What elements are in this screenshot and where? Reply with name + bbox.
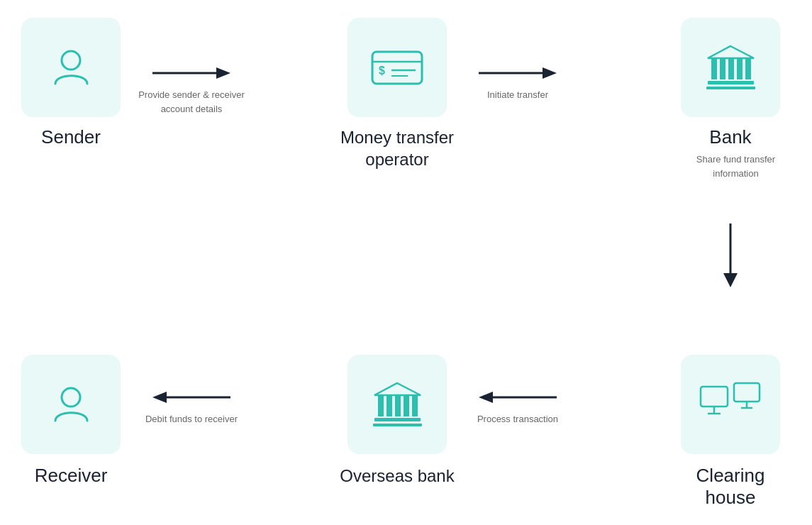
svg-marker-32 (479, 392, 493, 403)
clearing-house-icon-box (681, 355, 780, 454)
clearing-house-label: Clearing house (674, 465, 787, 509)
clearing-to-overseas-arrow: Process transaction (461, 387, 574, 426)
svg-point-0 (62, 51, 80, 70)
svg-rect-30 (373, 424, 422, 426)
svg-rect-13 (728, 58, 734, 79)
svg-rect-29 (374, 418, 421, 421)
arrow-down-icon (716, 220, 745, 291)
svg-text:$: $ (379, 65, 385, 77)
svg-marker-22 (152, 392, 167, 403)
svg-marker-23 (374, 383, 421, 395)
svg-rect-14 (737, 58, 743, 79)
computers-icon (699, 380, 762, 429)
overseas-bank-icon (371, 380, 424, 429)
bank-share-label: Share fund transfer information (681, 153, 791, 180)
svg-rect-36 (734, 383, 760, 402)
bank-icon (704, 43, 757, 92)
arrow-left-icon (149, 387, 234, 408)
svg-rect-17 (706, 87, 755, 89)
svg-rect-25 (386, 395, 392, 416)
receiver-icon-box (21, 355, 121, 454)
svg-rect-24 (378, 395, 384, 416)
bank-icon-box (681, 18, 780, 117)
mto-to-bank-label: Initiate transfer (487, 88, 548, 102)
arrow-right-2-icon (475, 62, 560, 84)
svg-rect-28 (412, 395, 418, 416)
svg-rect-27 (404, 395, 409, 416)
svg-marker-10 (708, 46, 754, 58)
mto-to-bank-arrow: Initiate transfer (457, 62, 578, 102)
bank-label: Bank (681, 126, 780, 148)
svg-marker-2 (216, 67, 230, 79)
svg-rect-16 (708, 81, 754, 84)
mto-label: Money transfer operator (326, 126, 468, 170)
bank-down-arrow (716, 220, 745, 294)
svg-point-20 (62, 388, 80, 407)
arrow-right-icon (149, 62, 234, 84)
svg-rect-12 (720, 58, 725, 79)
sender-icon-box (21, 18, 121, 117)
arrow-left-2-icon (475, 387, 560, 408)
svg-marker-9 (543, 67, 557, 79)
person-2-icon (48, 382, 94, 428)
overseas-bank-icon-box (347, 355, 447, 454)
person-icon (48, 45, 94, 91)
sender-label: Sender (21, 126, 121, 148)
svg-rect-11 (711, 58, 717, 79)
svg-rect-15 (745, 58, 751, 79)
mto-icon-box: $ (347, 18, 447, 117)
clearing-to-overseas-label: Process transaction (477, 412, 558, 426)
diagram-page: Sender Provide sender & receiver account… (0, 0, 812, 525)
sender-to-mto-label: Provide sender & receiver account detail… (138, 88, 245, 116)
overseas-bank-label: Overseas bank (326, 465, 468, 487)
svg-rect-33 (701, 387, 728, 407)
sender-to-mto-arrow: Provide sender & receiver account detail… (131, 62, 252, 116)
svg-rect-26 (395, 395, 401, 416)
svg-marker-19 (723, 273, 738, 287)
payment-card-icon: $ (369, 45, 426, 91)
receiver-label: Receiver (21, 465, 121, 487)
overseas-to-receiver-label: Debit funds to receiver (145, 412, 238, 426)
overseas-to-receiver-arrow: Debit funds to receiver (135, 387, 248, 426)
